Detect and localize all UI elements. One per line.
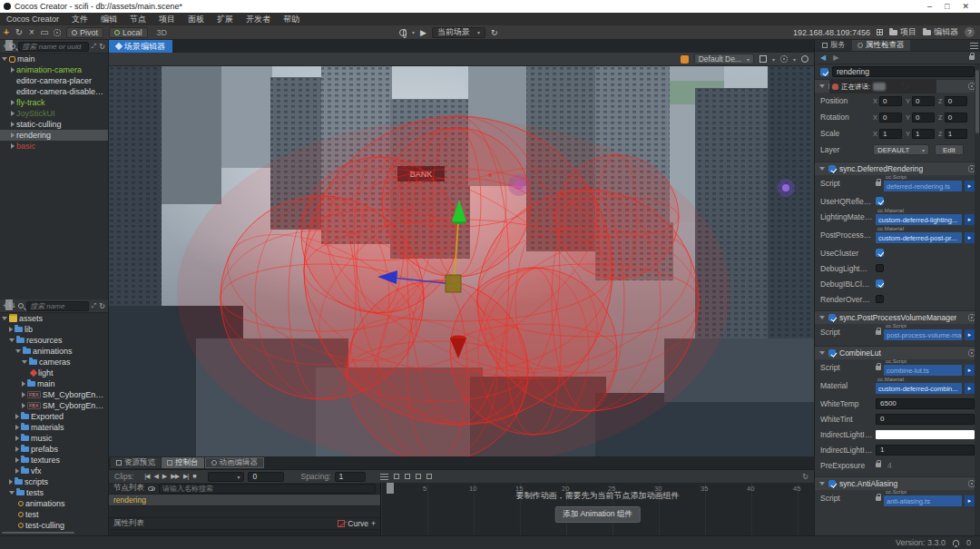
asset-item-sm-cyborgenemy01[interactable]: FBX SM_CyborgEnemy01_ba xyxy=(0,389,108,400)
asset-picker-icon[interactable]: ▸ xyxy=(965,181,975,191)
component-enabled-checkbox[interactable] xyxy=(828,349,836,357)
chevron-down-icon[interactable]: ▾ xyxy=(793,56,796,63)
rect-tool-icon[interactable]: ▭ xyxy=(38,27,51,37)
tab-asset-preview[interactable]: 资源预览 xyxy=(111,457,161,468)
notifications-bell-icon[interactable] xyxy=(953,540,959,545)
asset-picker-icon[interactable]: ▸ xyxy=(965,232,975,243)
close-button[interactable]: ✕ xyxy=(962,2,969,11)
expand-arrow-icon[interactable] xyxy=(15,425,19,430)
hierarchy-item-joystickui[interactable]: JoyStickUI xyxy=(0,108,108,119)
expand-arrow-icon[interactable] xyxy=(22,392,25,397)
scene-select-dropdown[interactable]: 当前场景 ▾ xyxy=(432,27,485,38)
expand-arrow-icon[interactable] xyxy=(11,111,15,116)
position-x-input[interactable]: 0 xyxy=(879,96,902,106)
curve-icon[interactable] xyxy=(338,520,345,527)
add-animation-component-button[interactable]: 添加 Animation 组件 xyxy=(554,506,641,523)
minimize-button[interactable]: – xyxy=(927,2,932,11)
inspector-scrollbar[interactable] xyxy=(975,64,980,535)
prev-frame-button[interactable]: ◀ xyxy=(153,473,157,480)
restore-button[interactable]: □ xyxy=(945,2,949,11)
collapse-arrow-icon[interactable] xyxy=(819,84,825,88)
add-property-button[interactable]: + xyxy=(371,519,376,528)
collapse-arrow-icon[interactable] xyxy=(15,349,21,353)
asset-item-materials[interactable]: materials xyxy=(0,422,108,433)
material-asset-field[interactable]: custom-deferred-post-pr... xyxy=(876,232,962,243)
collapse-arrow-icon[interactable] xyxy=(22,360,27,364)
collapse-arrow-icon[interactable] xyxy=(2,317,7,320)
collapse-arrow-icon[interactable] xyxy=(2,57,7,61)
eye-icon[interactable] xyxy=(148,486,155,491)
expand-arrow-icon[interactable] xyxy=(15,414,19,419)
rotation-x-input[interactable]: 0 xyxy=(879,113,902,123)
open-project-button[interactable]: 项目 xyxy=(889,26,916,38)
asset-picker-icon[interactable]: ▸ xyxy=(965,329,975,340)
menu-panel[interactable]: 面板 xyxy=(181,14,211,25)
expand-arrow-icon[interactable] xyxy=(9,479,13,485)
jump-last-frame-button[interactable]: ▶| xyxy=(183,473,188,480)
animation-node-rendering[interactable]: rendering xyxy=(109,495,380,506)
layer-dropdown[interactable]: DEFAULT ▾ xyxy=(873,144,929,155)
refresh-icon[interactable]: ↻ xyxy=(99,43,105,51)
hierarchy-item-fly-track[interactable]: fly-track xyxy=(0,97,108,108)
assets-horizontal-scrollbar[interactable] xyxy=(0,531,108,534)
material-asset-field[interactable]: custom-deferred-lighting... xyxy=(876,214,962,225)
tab-animation-editor[interactable]: 动画编辑器 xyxy=(205,457,265,468)
gizmo-settings-icon[interactable] xyxy=(54,29,61,36)
trash-icon[interactable] xyxy=(405,474,410,479)
expand-arrow-icon[interactable] xyxy=(15,436,19,441)
expand-arrow-icon[interactable] xyxy=(22,381,25,387)
scene-settings-icon[interactable] xyxy=(780,55,788,63)
asset-picker-icon[interactable]: ▸ xyxy=(965,383,975,394)
component-combine-lut[interactable]: CombineLut xyxy=(815,346,980,359)
asset-item-cameras[interactable]: cameras xyxy=(0,357,108,368)
component-enabled-checkbox[interactable] xyxy=(828,480,836,487)
rotation-y-input[interactable]: 0 xyxy=(912,113,935,123)
play-animation-button[interactable]: ▶ xyxy=(162,473,166,480)
expand-arrow-icon[interactable] xyxy=(15,446,19,452)
refresh-button[interactable]: ↻ xyxy=(491,28,498,37)
expand-arrow-icon[interactable] xyxy=(11,132,15,138)
collapse-arrow-icon[interactable] xyxy=(819,351,825,355)
preview-address[interactable]: 192.168.48.109:7456 xyxy=(793,28,870,37)
preview-browser-icon[interactable] xyxy=(399,29,407,36)
tab-services[interactable]: 服务 xyxy=(817,40,851,51)
hierarchy-search-input[interactable] xyxy=(18,42,88,52)
node-component-header[interactable]: Nod 正在讲话: xyxy=(815,79,980,93)
scale-x-input[interactable]: 1 xyxy=(879,129,902,139)
hierarchy-item-rendering[interactable]: rendering xyxy=(0,130,108,141)
expand-arrow-icon[interactable] xyxy=(11,143,15,149)
menu-extension[interactable]: 扩展 xyxy=(211,14,240,25)
lock-icon[interactable] xyxy=(969,55,975,60)
mode-3d-toggle[interactable]: 3D xyxy=(157,28,168,37)
white-tint-input[interactable]: 0 xyxy=(876,414,975,425)
asset-item-lib[interactable]: lib xyxy=(0,324,108,335)
script-asset-field[interactable]: post-process-volume-ma... xyxy=(884,329,962,340)
tab-inspector[interactable]: 属性检查器 xyxy=(852,40,910,51)
tab-scene-editor[interactable]: 场景编辑器 xyxy=(109,40,172,53)
script-asset-field[interactable]: anti-aliasing.ts xyxy=(884,495,962,506)
search-icon[interactable] xyxy=(18,303,24,309)
copy-address-icon[interactable] xyxy=(877,29,883,35)
asset-item-test-culling[interactable]: test-culling xyxy=(0,520,108,531)
menu-node[interactable]: 节点 xyxy=(123,14,152,25)
asset-item-assets[interactable]: assets xyxy=(0,313,108,324)
node-active-checkbox[interactable] xyxy=(820,68,828,76)
rotation-z-input[interactable]: 0 xyxy=(945,113,967,123)
asset-item-exported[interactable]: Exported xyxy=(0,411,108,422)
expand-all-icon[interactable]: ⤢ xyxy=(92,43,97,50)
use-cluster-checkbox[interactable] xyxy=(876,249,884,257)
component-anti-aliasing[interactable]: sync.AntiAliasing xyxy=(815,476,980,490)
history-back-button[interactable]: ◀ xyxy=(820,54,826,62)
current-frame-input[interactable]: 0 xyxy=(248,472,284,482)
local-button[interactable]: Local xyxy=(109,27,148,38)
scene-viewport[interactable]: BANK xyxy=(109,66,814,456)
layout-icon[interactable] xyxy=(760,55,767,63)
debug-ibl-cluster-checkbox[interactable] xyxy=(876,279,884,288)
scale-z-input[interactable]: 1 xyxy=(945,129,967,139)
component-deferred-rendering[interactable]: sync.DeferredRendering xyxy=(815,162,980,175)
collapse-arrow-icon[interactable] xyxy=(9,338,15,342)
play-button[interactable]: ▶ xyxy=(420,28,426,37)
menu-help[interactable]: 帮助 xyxy=(277,14,306,25)
node-filter-input[interactable] xyxy=(159,484,376,494)
white-temp-input[interactable]: 6500 xyxy=(876,398,975,409)
